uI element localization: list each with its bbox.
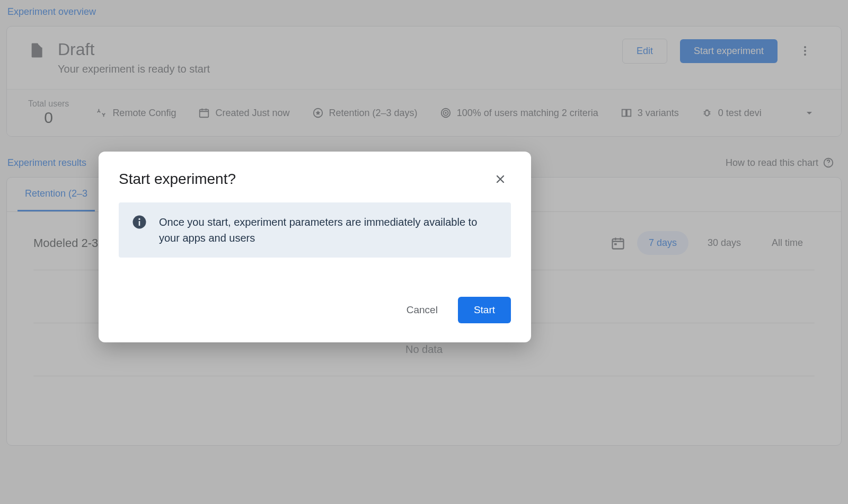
dialog-start-button[interactable]: Start: [458, 297, 511, 323]
dialog-title: Start experiment?: [119, 171, 236, 188]
dialog-close-button[interactable]: [490, 169, 511, 190]
modal-scrim[interactable]: Start experiment? Once you start, experi…: [0, 0, 848, 504]
start-experiment-dialog: Start experiment? Once you start, experi…: [99, 152, 531, 342]
dialog-info-text: Once you start, experiment parameters ar…: [159, 214, 498, 246]
dialog-info-box: Once you start, experiment parameters ar…: [119, 202, 511, 258]
svg-rect-16: [139, 221, 140, 226]
info-icon: [131, 214, 147, 230]
close-icon: [494, 173, 507, 185]
svg-point-17: [138, 218, 140, 220]
dialog-cancel-button[interactable]: Cancel: [394, 298, 450, 322]
